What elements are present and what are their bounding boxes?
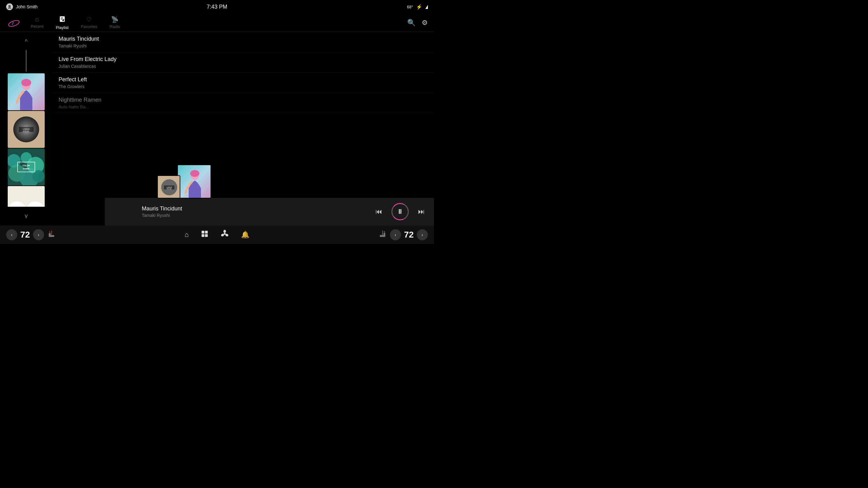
seat-heat-left-icon[interactable] <box>47 230 56 240</box>
tab-radio[interactable]: 📡 Radio <box>110 16 120 30</box>
svg-rect-44 <box>202 234 204 237</box>
temp-prev-left-button[interactable]: ‹ <box>6 229 17 240</box>
playlist-item-artist-4: Auto Natto Ba... <box>59 104 101 109</box>
chevron-left-icon: ‹ <box>11 232 13 237</box>
svg-rect-43 <box>205 231 208 233</box>
playlist-item-artist-3: The Growlers <box>59 84 87 89</box>
tab-recent[interactable]: ⌂ Recent <box>31 16 43 30</box>
svg-rect-42 <box>202 231 204 233</box>
svg-point-39 <box>190 170 199 177</box>
album-thumb-3[interactable]: COLOR SHAPE <box>8 149 45 186</box>
playlist-item-title-1: Mauris Tincidunt <box>59 36 99 42</box>
now-playing-artist: Tamaki Ryushi <box>142 213 369 218</box>
temp-next-right-button[interactable]: › <box>417 229 428 240</box>
svg-point-21 <box>8 154 21 168</box>
pause-icon: ⏸ <box>397 208 403 216</box>
chevron-left-right-icon: ‹ <box>395 232 396 237</box>
mini-album-pink <box>177 164 211 198</box>
playlist-item-title-2: Live From Electric Lady <box>59 56 117 63</box>
temp-next-left-button[interactable]: › <box>33 229 44 240</box>
svg-text:IPSUM.: IPSUM. <box>166 188 172 190</box>
svg-text:IPSUM.: IPSUM. <box>23 130 30 132</box>
app-logo: ♪ <box>6 17 22 29</box>
scroll-up-button[interactable]: ^ <box>22 35 31 48</box>
status-bar: John Smith 7:43 PM 68° ⚡ <box>0 0 434 13</box>
grid-icon[interactable] <box>201 230 208 239</box>
tab-playlist[interactable]: Playlist <box>56 16 68 30</box>
scroll-down-button[interactable]: v <box>22 209 31 222</box>
svg-rect-45 <box>205 234 208 237</box>
svg-text:♪: ♪ <box>11 20 14 26</box>
playlist-item-artist-2: Julian Casablancas <box>59 64 117 69</box>
album-thumbnail-list: LOREM IPSUM. COLOR <box>8 73 45 207</box>
playlist-item-artist-1: Tamaki Ryushi <box>59 43 99 48</box>
svg-point-46 <box>224 233 226 235</box>
sidebar: ^ <box>0 32 53 226</box>
status-time: 7:43 PM <box>207 4 227 10</box>
status-right: 68° ⚡ <box>407 4 428 10</box>
playlist-item[interactable]: Nighttime Ramen Auto Natto Ba... <box>53 93 434 113</box>
status-left: John Smith <box>6 3 38 10</box>
signal-icon <box>425 5 428 9</box>
playlist-item-info-2: Live From Electric Lady Julian Casablanc… <box>59 56 117 69</box>
svg-point-22 <box>21 152 32 163</box>
now-playing-info: Mauris Tincidunt Tamaki Ryushi <box>142 205 369 218</box>
playlist-area: Mauris Tincidunt Tamaki Ryushi Live From… <box>53 32 434 226</box>
tab-favorites-label: Favorites <box>81 24 97 29</box>
album-thumb-2[interactable]: LOREM IPSUM. <box>8 111 45 148</box>
svg-rect-4 <box>61 18 63 18</box>
recent-icon: ⌂ <box>35 16 39 23</box>
svg-point-0 <box>8 5 11 7</box>
chevron-right-icon: › <box>38 232 39 237</box>
mini-album-lorem: LOREM IPSUM. <box>157 175 180 198</box>
playlist-item[interactable]: Live From Electric Lady Julian Casablanc… <box>53 53 434 73</box>
playlist-item[interactable]: Mauris Tincidunt Tamaki Ryushi <box>53 32 434 53</box>
now-playing-title: Mauris Tincidunt <box>142 205 369 212</box>
pause-button[interactable]: ⏸ <box>392 203 409 220</box>
now-playing-bar: LOREM IPSUM. <box>105 198 434 226</box>
svg-rect-5 <box>61 19 63 20</box>
bottom-center: ⌂ 🔔 <box>185 230 249 240</box>
settings-button[interactable]: ⚙ <box>422 19 428 27</box>
album-thumb-4[interactable] <box>8 186 45 207</box>
next-button[interactable]: ⏭ <box>418 208 425 216</box>
right-temp-display: 72 <box>404 230 414 240</box>
nav-bar: ♪ ⌂ Recent Playlist ♡ Favorites <box>0 13 434 32</box>
svg-text:SHAPE: SHAPE <box>23 168 30 170</box>
main-content: ^ <box>0 32 434 226</box>
tab-radio-label: Radio <box>110 24 120 29</box>
playlist-item[interactable]: Perfect Left The Growlers <box>53 73 434 93</box>
tab-favorites[interactable]: ♡ Favorites <box>81 16 97 30</box>
search-button[interactable]: 🔍 <box>407 19 415 27</box>
svg-rect-41 <box>49 233 51 236</box>
tab-playlist-label: Playlist <box>56 25 68 30</box>
svg-point-10 <box>21 79 31 86</box>
user-avatar <box>6 3 13 10</box>
seat-heat-right-icon[interactable] <box>378 230 387 240</box>
fan-icon[interactable] <box>221 230 229 240</box>
svg-point-47 <box>223 230 226 233</box>
playlist-item-title-3: Perfect Left <box>59 76 87 83</box>
playlist-icon <box>59 16 66 24</box>
previous-button[interactable]: ⏮ <box>375 208 382 216</box>
temperature-display: 68° <box>407 5 413 9</box>
nav-actions: 🔍 ⚙ <box>407 19 428 27</box>
playlist-item-info-4: Nighttime Ramen Auto Natto Ba... <box>59 97 101 109</box>
bottom-nav: ‹ 72 › ⌂ <box>0 226 434 244</box>
svg-text:COLOR: COLOR <box>23 164 30 167</box>
playlist-item-title-4: Nighttime Ramen <box>59 97 101 103</box>
album-thumb-1[interactable] <box>8 73 45 110</box>
home-icon[interactable]: ⌂ <box>185 231 189 239</box>
scroll-track <box>26 50 27 72</box>
playlist-item-info-1: Mauris Tincidunt Tamaki Ryushi <box>59 36 99 48</box>
svg-rect-7 <box>63 19 64 20</box>
mini-album-overlay: LOREM IPSUM. <box>157 175 211 198</box>
user-name: John Smith <box>16 4 38 9</box>
bell-icon[interactable]: 🔔 <box>241 231 249 239</box>
bottom-right: ‹ 72 › <box>378 229 428 240</box>
bottom-left: ‹ 72 › <box>6 229 56 240</box>
favorites-icon: ♡ <box>86 16 92 23</box>
left-temp-display: 72 <box>20 230 30 240</box>
playlist-item-info-3: Perfect Left The Growlers <box>59 76 87 89</box>
temp-prev-right-button[interactable]: ‹ <box>390 229 401 240</box>
